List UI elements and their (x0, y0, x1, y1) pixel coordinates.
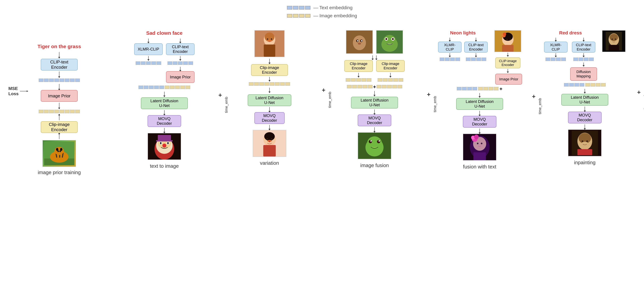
column-image-prior-training: Tiger on the grass CLIP-textEncoder (7, 30, 112, 175)
svg-point-39 (267, 138, 268, 140)
clip-image-encoder-3: Clip-imageEncoder (251, 64, 288, 76)
clip-image-encoder-1: Clip-imageEncoder (41, 121, 78, 133)
text-embed-block-1 (287, 6, 292, 10)
xlmr-clip-2: XLMR-CLIP (134, 43, 163, 55)
embed-bar-yellow-4c (347, 85, 372, 89)
movq-decoder-6: MOVQDecoder (568, 112, 602, 123)
image-embed-block-3 (299, 14, 304, 18)
svg-marker-1 (27, 91, 28, 92)
embed-bar-blue-2c (138, 86, 164, 89)
caption-col3: variation (260, 160, 279, 166)
svg-point-51 (357, 40, 358, 42)
woman-input-image (254, 30, 284, 57)
frog-input-image (376, 30, 403, 54)
movq-decoder-5: MOVQDecoder (463, 116, 496, 128)
caption-col4: image fusion (360, 163, 389, 168)
embed-bar-yellow-6 (585, 83, 606, 87)
clip-text-encoder-2: CLIP-textEncoder (166, 43, 194, 55)
text-embed-dash: — Text embedding (314, 5, 352, 11)
svg-point-31 (268, 40, 271, 42)
latent-diffusion-unet-6: Latent DiffusionU-Net (561, 94, 608, 106)
text-embed-block-3 (299, 6, 304, 10)
image-prior-1: Image Prior (41, 90, 78, 102)
text-embed-blocks (287, 6, 310, 10)
main-container: — Text embedding — Image embedding Tiger… (0, 0, 644, 293)
plus-inline-5: + (500, 86, 502, 92)
embed-bar-blue-5b (466, 58, 486, 61)
svg-point-82 (510, 39, 511, 40)
svg-point-15 (59, 150, 61, 152)
embed-bar-blue-2b (168, 62, 193, 65)
svg-point-24 (167, 142, 169, 144)
clip-image-encoder-4b: Clip-imageEncoder (376, 60, 405, 72)
clip-text-encoder-5: CLIP-textEncoder (464, 42, 488, 53)
neon-output-image (463, 134, 496, 161)
embed-bar-yellow-4d (377, 85, 402, 89)
legend-text-embedding: — Text embedding (287, 5, 357, 11)
svg-point-104 (582, 142, 588, 146)
svg-point-96 (610, 34, 618, 41)
svg-point-62 (392, 38, 394, 40)
mse-loss-label: MSELoss (8, 86, 28, 96)
svg-point-69 (377, 140, 380, 143)
movq-decoder-3: MOVQDecoder (254, 112, 284, 124)
svg-point-14 (57, 150, 59, 152)
svg-point-79 (503, 33, 506, 36)
svg-rect-80 (502, 45, 514, 52)
svg-point-89 (477, 143, 478, 144)
image-embed-blocks (287, 14, 310, 18)
prompt-tiger: Tiger on the grass (38, 44, 81, 49)
column-image-fusion: Clip-imageEncoder Clip-imageEncoder (322, 30, 427, 168)
clip-text-encoder-1: CLIP-textEncoder (41, 59, 78, 71)
column-inpainting: Red dress XLMR-CLIP (532, 30, 637, 165)
embed-bar-yellow-4a (346, 78, 371, 82)
latent-diffusion-unet-3: Latent DiffusionU-Net (248, 94, 291, 106)
caption-col5: fusion with text (463, 164, 496, 170)
svg-rect-26 (156, 140, 172, 142)
monalisa-output-image (568, 129, 602, 156)
svg-point-98 (615, 39, 616, 40)
diffusion-mapping-6: DiffusionMapping (570, 67, 597, 81)
svg-point-20 (162, 144, 166, 148)
xlmr-clip-6: XLMR-CLIP (544, 42, 568, 53)
svg-point-9 (54, 147, 64, 155)
svg-point-88 (474, 135, 479, 139)
image-embed-block-1 (287, 14, 292, 18)
svg-rect-95 (608, 45, 619, 50)
svg-point-56 (383, 35, 396, 47)
svg-rect-25 (158, 135, 171, 141)
embed-bar-yellow-1 (39, 110, 80, 113)
clip-image-encoder-4a: Clip-imageEncoder (344, 60, 373, 72)
svg-point-70 (370, 140, 372, 142)
embed-bar-blue-5c (457, 87, 477, 91)
movq-decoder-4: MOVQDecoder (358, 115, 391, 126)
prompt-neon: Neon lights (450, 30, 476, 36)
time-emb-6: time_emb (643, 94, 644, 110)
neon-woman-input-image (494, 30, 521, 52)
column-variation: Clip-imageEncoder + time_emb Latent Diff… (217, 30, 322, 166)
embed-bar-yellow-2 (165, 86, 190, 89)
embed-bar-blue-6a (546, 58, 566, 61)
image-embed-block-4 (305, 14, 310, 18)
svg-point-33 (271, 39, 272, 40)
embed-bar-blue-6b (574, 58, 594, 61)
embed-bar-yellow-4b (378, 78, 403, 82)
cheburashka-input-image (346, 30, 373, 54)
clip-image-encoder-5: CLIP-imageEncoder (495, 58, 520, 68)
svg-rect-37 (263, 145, 276, 157)
svg-point-41 (269, 141, 270, 142)
text-embed-block-2 (293, 6, 298, 10)
svg-point-68 (369, 140, 372, 143)
xlmr-clip-5: XLMR-CLIP (438, 42, 462, 53)
svg-rect-103 (578, 149, 592, 155)
caption-col6: inpainting (574, 160, 595, 165)
image-prior-5: Image Prior (495, 74, 522, 85)
text-embed-block-4 (305, 6, 310, 10)
image-prior-2: Image Prior (166, 71, 194, 83)
latent-diffusion-unet-2: Latent DiffusionU-Net (141, 97, 188, 109)
svg-point-53 (358, 43, 361, 45)
caption-col1: image prior training (38, 170, 81, 175)
svg-point-71 (379, 140, 380, 142)
tiger-image (42, 140, 76, 167)
svg-point-61 (386, 38, 388, 40)
